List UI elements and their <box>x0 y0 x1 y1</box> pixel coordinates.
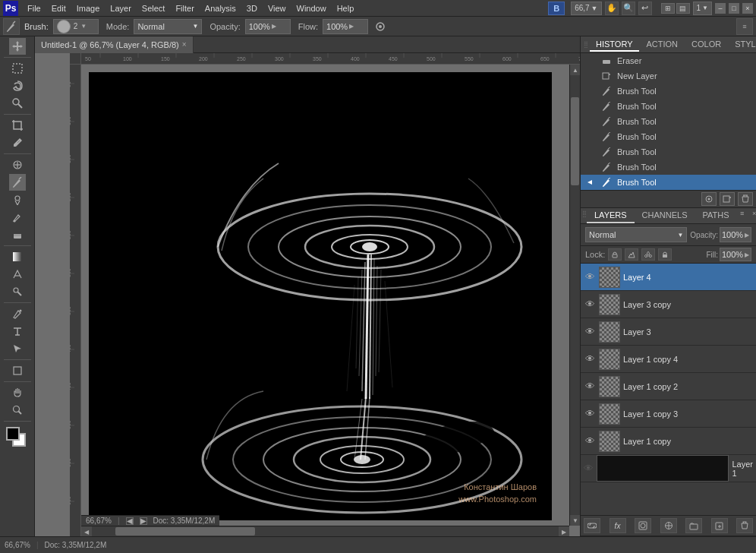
layer-item-layer1copy4[interactable]: 👁 Layer 1 copy 4 <box>581 346 756 373</box>
crop-tool[interactable] <box>9 117 26 134</box>
layer-item-layer1copy3[interactable]: 👁 Layer 1 copy 3 <box>581 400 756 428</box>
history-item[interactable]: Brush Tool <box>581 129 756 144</box>
layer-visibility-btn[interactable]: 👁 <box>584 408 596 420</box>
zoom-tool[interactable] <box>9 402 26 419</box>
tab-action[interactable]: ACTION <box>641 38 685 52</box>
mode-select[interactable]: Normal ▼ <box>134 19 202 34</box>
tab-layers[interactable]: LAYERS <box>587 208 635 223</box>
layer-visibility-btn[interactable]: 👁 <box>584 271 596 283</box>
scroll-left-btn[interactable]: ◀ <box>81 526 92 536</box>
lasso-tool[interactable] <box>9 77 26 94</box>
layer-group-btn[interactable] <box>685 518 702 533</box>
canvas-tab[interactable]: Untitled-1 @ 66,7% (Layer 4, RGB/8) × <box>35 36 194 53</box>
eyedropper-tool[interactable] <box>9 134 26 151</box>
clone-tool[interactable] <box>9 191 26 208</box>
horizontal-scrollbar[interactable]: ◀ ▶ <box>81 526 569 536</box>
menu-filter[interactable]: Filter <box>171 2 198 14</box>
status-nav[interactable]: ◀ <box>126 517 134 525</box>
brush-picker[interactable]: 2 ▼ <box>53 19 99 34</box>
quick-select-tool[interactable] <box>9 95 26 112</box>
eraser-tool[interactable] <box>9 226 26 243</box>
layer-item-layer3copy[interactable]: 👁 Layer 3 copy <box>581 291 756 318</box>
layer-item-layer1[interactable]: 👁 Layer 1 <box>581 455 756 482</box>
lock-transparent-btn[interactable] <box>608 248 622 261</box>
history-item[interactable]: Brush Tool <box>581 114 756 129</box>
layout-btn[interactable]: ▤ <box>676 3 690 14</box>
history-item[interactable]: Eraser <box>581 53 756 68</box>
history-new-btn[interactable] <box>720 192 735 206</box>
menu-help[interactable]: Help <box>332 2 359 14</box>
menu-analysis[interactable]: Analysis <box>200 2 241 14</box>
hand-tool-btn[interactable]: ✋ <box>605 2 619 15</box>
maximize-button[interactable]: □ <box>729 3 739 14</box>
menu-image[interactable]: Image <box>72 2 105 14</box>
layer-visibility-btn[interactable]: 👁 <box>584 299 596 311</box>
layer-new-btn[interactable] <box>711 518 728 533</box>
marquee-tool[interactable] <box>9 60 26 77</box>
layer-link-btn[interactable] <box>584 518 600 533</box>
rotate-tool-btn[interactable]: ↩ <box>638 2 652 15</box>
history-item[interactable]: New Layer <box>581 68 756 84</box>
history-item[interactable]: Brush Tool <box>581 160 756 175</box>
layers-panel-menu[interactable]: ≡ <box>737 208 748 219</box>
airbrush-btn[interactable] <box>373 19 388 34</box>
path-select-tool[interactable] <box>9 340 26 357</box>
history-item[interactable]: Brush Tool <box>581 84 756 99</box>
lock-all-btn[interactable] <box>658 248 672 261</box>
history-item[interactable]: Brush Tool <box>581 144 756 160</box>
history-snapshot-btn[interactable] <box>701 192 717 206</box>
tab-paths[interactable]: PATHS <box>695 208 737 223</box>
layer-delete-btn[interactable] <box>736 518 753 533</box>
layer-item-layer1copy[interactable]: 👁 Layer 1 copy <box>581 428 756 455</box>
tab-channels[interactable]: CHANNELS <box>635 208 695 223</box>
shape-tool[interactable] <box>9 362 26 379</box>
pen-tool[interactable] <box>9 305 26 322</box>
layers-panel-close[interactable]: × <box>749 208 756 219</box>
menu-layer[interactable]: Layer <box>106 2 136 14</box>
foreground-color[interactable] <box>6 427 20 441</box>
history-delete-btn[interactable] <box>738 192 753 206</box>
layer-visibility-btn[interactable]: 👁 <box>584 435 596 447</box>
zoom-tool-btn[interactable]: 🔍 <box>622 2 635 15</box>
move-tool[interactable] <box>9 38 26 55</box>
close-tab-icon[interactable]: × <box>182 40 187 49</box>
layer-visibility-btn[interactable]: 👁 <box>584 353 596 365</box>
layer-item-layer1copy2[interactable]: 👁 Layer 1 copy 2 <box>581 373 756 400</box>
close-button[interactable]: × <box>742 3 753 14</box>
text-tool[interactable] <box>9 323 26 340</box>
opacity-input[interactable]: 100% ▶ <box>245 19 291 34</box>
tool-preset-picker[interactable]: B <box>548 2 565 15</box>
tab-color[interactable]: COLOR <box>685 38 727 52</box>
heal-tool[interactable] <box>9 156 26 173</box>
history-brush-tool[interactable] <box>9 209 26 226</box>
flow-input[interactable]: 100% ▶ <box>323 19 368 34</box>
blend-mode-select[interactable]: Normal ▼ <box>585 227 687 242</box>
layer-fx-btn[interactable]: fx <box>610 518 626 533</box>
fill-value-field[interactable]: 100% ▶ <box>720 248 751 261</box>
history-item-active[interactable]: Brush Tool <box>581 175 756 190</box>
tab-styles[interactable]: STYLES <box>729 38 756 52</box>
gradient-tool[interactable] <box>9 248 26 265</box>
layer-adjustment-btn[interactable] <box>660 518 677 533</box>
opacity-value-field[interactable]: 100% ▶ <box>720 227 751 242</box>
dodge-tool[interactable] <box>9 283 26 300</box>
layer-item-layer3[interactable]: 👁 Layer 3 <box>581 318 756 346</box>
vertical-scrollbar[interactable]: ▲ ▼ <box>569 65 580 526</box>
brush-tool-icon[interactable] <box>3 18 20 35</box>
lock-position-btn[interactable] <box>641 248 655 261</box>
menu-3d[interactable]: 3D <box>242 2 262 14</box>
layer-mask-btn[interactable] <box>635 518 651 533</box>
panel-toggle-btn[interactable]: ≡ <box>736 18 753 35</box>
lock-image-btn[interactable] <box>625 248 638 261</box>
menu-select[interactable]: Select <box>137 2 170 14</box>
canvas-content[interactable]: Константин Шаров www.Photoshop.com <box>81 65 580 536</box>
blur-tool[interactable] <box>9 266 26 283</box>
layer-visibility-btn[interactable]: 👁 <box>584 326 596 338</box>
menu-file[interactable]: File <box>23 2 46 14</box>
layer-item-layer4[interactable]: 👁 Layer 4 <box>581 264 756 291</box>
scroll-down-btn[interactable]: ▼ <box>570 515 580 526</box>
zoom-control[interactable]: 66,7 ▼ <box>571 2 601 15</box>
menu-window[interactable]: Window <box>292 2 331 14</box>
scroll-right-btn[interactable]: ▶ <box>559 526 569 536</box>
scroll-up-btn[interactable]: ▲ <box>570 65 580 75</box>
